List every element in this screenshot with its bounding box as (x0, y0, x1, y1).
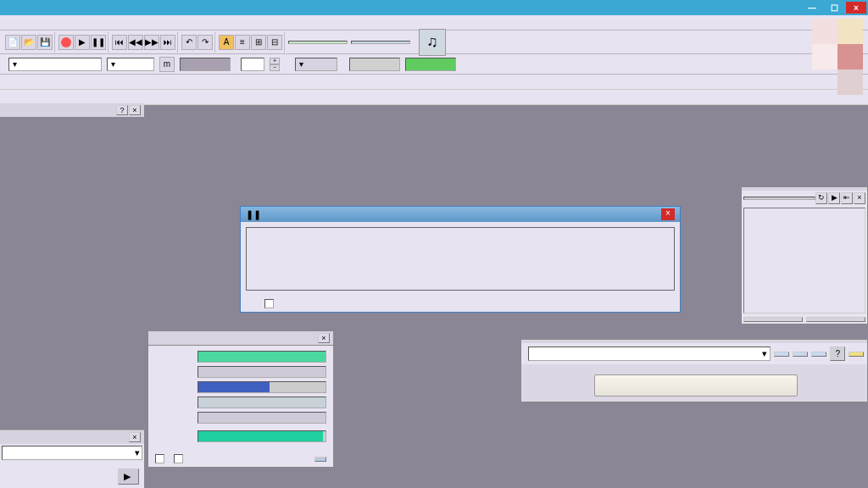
save-button[interactable] (793, 352, 808, 357)
intensity-value[interactable] (198, 381, 326, 393)
tool-a-icon[interactable]: A (219, 35, 234, 50)
mark-loop-icon[interactable]: ↻ (815, 192, 827, 204)
close-button[interactable]: × (846, 2, 866, 14)
redo-icon[interactable]: ↷ (198, 35, 213, 50)
minimize-button[interactable]: — (802, 2, 822, 14)
music-icon[interactable]: ♫ (419, 29, 446, 56)
rewind-icon[interactable]: ◀◀ (128, 35, 143, 50)
properties-window: × (147, 330, 334, 468)
mark-del-icon[interactable]: × (854, 192, 865, 204)
select-none-button[interactable] (743, 317, 803, 322)
open-icon[interactable]: 📂 (21, 35, 36, 50)
preset-dropdown[interactable]: ▾ (528, 347, 771, 361)
key-dropdown[interactable] (295, 58, 337, 71)
rewind-start-icon[interactable]: ⏮ (112, 35, 127, 50)
delete-button[interactable] (811, 352, 826, 357)
master-dropdown[interactable] (107, 58, 154, 71)
pan-value[interactable] (198, 396, 326, 408)
play-button[interactable]: ▶ (75, 35, 90, 50)
mastervol-slider[interactable] (405, 58, 456, 71)
input-device-dropdown[interactable] (8, 58, 102, 71)
toolbar-row2: m +− (0, 54, 868, 75)
help-icon[interactable]: ? (116, 105, 128, 115)
window-titlebar: — ☐ × (0, 0, 868, 15)
vol-slider[interactable] (180, 58, 231, 71)
forward-icon[interactable]: ▶▶ (144, 35, 159, 50)
record-button[interactable] (58, 35, 74, 50)
recspeed-slider[interactable] (349, 58, 400, 71)
muted-checkbox[interactable] (174, 454, 183, 463)
new-icon[interactable]: 📄 (5, 35, 20, 50)
patch-value[interactable] (198, 366, 326, 378)
tutorial-play-button[interactable]: ▶ (118, 469, 139, 485)
kb-help-button[interactable]: ? (830, 347, 845, 361)
tut-close-icon[interactable]: × (129, 432, 141, 442)
practice-window: ❚❚ × (240, 206, 681, 313)
maximize-button[interactable]: ☐ (824, 2, 844, 14)
main-toolbar: 📄 📂 💾 ▶ ❚❚ ⏮ ◀◀ ▶▶ ⏭ ↶ ↷ A ≡ ⊞ ⊟ ♫ (0, 30, 868, 54)
practice-close-button[interactable]: × (661, 208, 675, 220)
view-staff-checkbox[interactable] (264, 299, 274, 308)
octave-row (0, 75, 868, 90)
name-value[interactable] (198, 351, 326, 363)
set-template-button[interactable] (314, 457, 326, 462)
qwerty-keyboard (521, 364, 867, 402)
mark-prev-icon[interactable]: ⇤ (841, 192, 853, 204)
pause-button[interactable]: ❚❚ (91, 35, 106, 50)
marks-start-label (743, 197, 815, 200)
solo-checkbox[interactable] (155, 454, 164, 463)
marks-list[interactable] (743, 208, 865, 313)
tempo-up[interactable]: + (270, 58, 280, 64)
forward-end-icon[interactable]: ⏭ (160, 35, 175, 50)
color-swatches (812, 19, 863, 95)
keyboard-panel: ▾ ? (520, 339, 868, 402)
tempo-down[interactable]: − (270, 64, 280, 71)
mark-play-icon[interactable]: ▶ (828, 192, 840, 204)
output-value[interactable] (198, 412, 326, 424)
space-key[interactable] (594, 374, 798, 396)
practice-button[interactable] (849, 352, 864, 357)
tempo-input[interactable] (241, 58, 264, 71)
pos-value[interactable] (288, 41, 348, 44)
mic-icon[interactable]: m (159, 57, 175, 72)
channels-panel: ?× (0, 103, 144, 117)
close-panel-icon[interactable]: × (129, 105, 141, 115)
tool-d-icon[interactable]: ⊟ (267, 35, 282, 50)
save-icon[interactable]: 💾 (37, 35, 53, 50)
tutorials-panel: × ▾ ▶ (0, 430, 144, 488)
properties-close-icon[interactable]: × (318, 333, 330, 343)
tool-b-icon[interactable]: ≡ (235, 35, 250, 50)
pause-icon[interactable]: ❚❚ (246, 209, 261, 219)
add-mark-button[interactable] (806, 317, 865, 322)
load-button[interactable] (774, 352, 789, 357)
length-value[interactable] (351, 41, 410, 44)
undo-icon[interactable]: ↶ (181, 35, 197, 50)
piano-keyboard[interactable] (246, 227, 675, 291)
volume-value[interactable] (198, 430, 326, 442)
marks-panel: ↻ ▶ ⇤ × (741, 186, 868, 324)
tool-c-icon[interactable]: ⊞ (251, 35, 266, 50)
tutorial-dropdown[interactable]: ▾ (2, 446, 142, 460)
